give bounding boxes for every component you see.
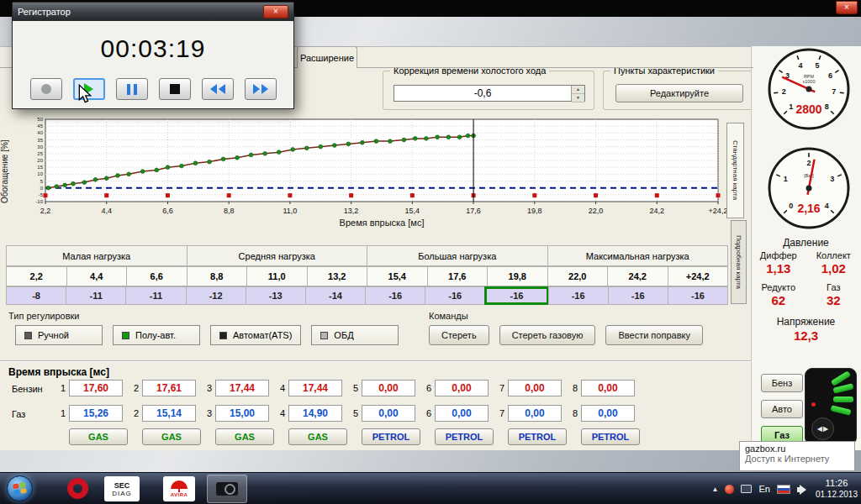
- svg-text:6: 6: [828, 71, 832, 80]
- rewind-icon: [219, 84, 225, 94]
- svg-text:15,4: 15,4: [405, 207, 420, 215]
- injection-unit: 417,44: [273, 380, 346, 396]
- fuel-channel-button[interactable]: PETROL: [508, 428, 567, 445]
- differ-label: Диффер: [751, 250, 806, 260]
- recorder-titlebar[interactable]: Регистратор ×: [13, 3, 293, 21]
- opera-taskbar-icon[interactable]: [67, 478, 88, 499]
- regulation-option[interactable]: Полу-авт.: [113, 325, 200, 345]
- language-indicator[interactable]: En: [758, 484, 769, 494]
- load-value-cell[interactable]: -16: [365, 286, 425, 305]
- regulation-option[interactable]: ОБД: [311, 325, 399, 345]
- fuel-channel-button[interactable]: GAS: [288, 428, 347, 445]
- load-value-cell[interactable]: -16: [608, 286, 668, 305]
- camera-app-taskbar-button[interactable]: [207, 475, 247, 503]
- load-value-cell[interactable]: -12: [186, 286, 246, 305]
- tab-extension[interactable]: Расширение: [297, 46, 357, 68]
- spinner-down-icon[interactable]: ▼: [572, 94, 584, 102]
- gas-level-indicator[interactable]: ◀▶: [805, 368, 857, 445]
- svg-text:+24,2: +24,2: [709, 207, 728, 215]
- pressure-gauge: 01234[Bar]2,16: [765, 144, 853, 232]
- command-button[interactable]: Стереть: [429, 325, 489, 345]
- side-tab-detailed-map[interactable]: Подробная карта: [731, 220, 747, 304]
- injection-unit: 60,00: [420, 380, 493, 396]
- load-column-cell[interactable]: +24,2: [668, 266, 729, 286]
- load-column-cell[interactable]: 2,2: [6, 266, 67, 286]
- load-column-cell[interactable]: 6,6: [126, 266, 188, 286]
- network-icon[interactable]: [741, 485, 752, 493]
- side-tab-standard-map[interactable]: Стандартная карта: [726, 123, 744, 218]
- spinner-up-icon[interactable]: ▲: [572, 86, 584, 94]
- command-button[interactable]: Стереть газовую: [499, 325, 596, 345]
- regulation-option[interactable]: Автомат(ATS): [210, 325, 301, 345]
- svg-text:0: 0: [789, 202, 793, 210]
- tray-expand-icon[interactable]: ▲: [712, 486, 719, 493]
- svg-text:5: 5: [40, 179, 44, 184]
- tray-app-icon[interactable]: [725, 485, 734, 494]
- tray-clock[interactable]: 11:26 01.12.2013: [816, 478, 858, 500]
- load-column-cell[interactable]: 19,8: [487, 266, 548, 286]
- enrichment-chart[interactable]: -10-5051015202530354045502,24,46,68,811,…: [12, 118, 728, 228]
- start-button[interactable]: [7, 475, 33, 501]
- pressure-values-row: 1,13 1,02: [751, 261, 861, 276]
- load-column-cell[interactable]: 4,4: [66, 266, 128, 286]
- idle-correction-spinner[interactable]: -0,6 ▲▼: [394, 85, 585, 102]
- gas-row-label: Газ: [12, 409, 52, 419]
- regulation-option-label: ОБД: [334, 330, 353, 340]
- fuel-channel-button[interactable]: PETROL: [435, 428, 494, 445]
- load-value-cell[interactable]: -11: [125, 286, 186, 305]
- rewind-button[interactable]: [202, 78, 234, 100]
- fuel-switch-button[interactable]: ◀▶: [811, 417, 834, 440]
- load-column-cell[interactable]: 11,0: [246, 266, 308, 286]
- fuel-channel-button[interactable]: GAS: [142, 428, 201, 445]
- fuel-channel-button[interactable]: GAS: [215, 428, 274, 445]
- regulation-option[interactable]: Ручной: [15, 325, 103, 345]
- injection-channel-number: 8: [566, 408, 578, 418]
- edit-button[interactable]: Редактируйте: [615, 84, 743, 102]
- recorder-close-icon[interactable]: ×: [263, 5, 288, 18]
- system-tray: ▲ En 11:26 01.12.2013: [712, 473, 858, 504]
- fuel-channel-button[interactable]: GAS: [69, 428, 128, 445]
- load-column-cell[interactable]: 24,2: [607, 266, 668, 286]
- load-value-cell[interactable]: -16: [668, 286, 728, 305]
- svg-text:45: 45: [37, 123, 43, 129]
- injection-channel-number: 2: [127, 408, 139, 418]
- load-value-cell[interactable]: -8: [6, 286, 66, 305]
- voltage-label: Напряжение: [751, 316, 861, 328]
- gas-row-values: 115,26215,14315,00414,9050,0060,0070,008…: [54, 405, 639, 422]
- load-value-cell[interactable]: -13: [246, 286, 306, 305]
- load-value-cell[interactable]: -16: [425, 286, 485, 305]
- pause-icon: [127, 84, 130, 95]
- avira-taskbar-icon[interactable]: AVIRA: [163, 476, 195, 501]
- volume-icon[interactable]: [797, 484, 809, 495]
- forward-button[interactable]: [245, 78, 277, 100]
- load-column-cell[interactable]: 22,0: [547, 266, 609, 286]
- fuel-channel-button[interactable]: PETROL: [581, 428, 640, 445]
- fuel-channel-button[interactable]: PETROL: [362, 428, 420, 445]
- pause-button[interactable]: [116, 78, 148, 100]
- stop-button[interactable]: [159, 78, 191, 100]
- svg-text:22,0: 22,0: [589, 207, 604, 215]
- close-window-icon[interactable]: ×: [836, 1, 858, 14]
- regulation-options: РучнойПолу-авт.Автомат(ATS)ОБД: [15, 325, 399, 345]
- injection-unit: 80,00: [566, 405, 639, 422]
- keyboard-flag-icon[interactable]: [777, 485, 790, 494]
- svg-text:50: 50: [37, 118, 43, 122]
- load-value-cell[interactable]: -16: [484, 286, 548, 305]
- svg-text:-10: -10: [35, 199, 43, 204]
- injection-channel-number: 3: [200, 408, 212, 418]
- svg-text:30: 30: [37, 144, 43, 150]
- load-value-cell[interactable]: -14: [305, 286, 366, 305]
- record-button[interactable]: [30, 78, 62, 100]
- command-button[interactable]: Ввести поправку: [605, 325, 702, 345]
- fuel-mode-button[interactable]: Авто: [761, 400, 803, 418]
- secdiag-taskbar-icon[interactable]: SEC DIAG: [104, 476, 140, 501]
- load-column-cell[interactable]: 13,2: [307, 266, 368, 286]
- load-column-cell[interactable]: 8,8: [187, 266, 248, 286]
- load-table-header-row: Малая нагрузкаСредняя нагрузкаБольшая на…: [7, 245, 728, 266]
- reserve-led-icon: [811, 402, 816, 407]
- load-column-cell[interactable]: 17,6: [427, 266, 489, 286]
- fuel-mode-button[interactable]: Бенз: [761, 374, 803, 392]
- load-column-cell[interactable]: 15,4: [367, 266, 428, 286]
- load-value-cell[interactable]: -11: [66, 286, 126, 305]
- load-value-cell[interactable]: -16: [548, 286, 609, 305]
